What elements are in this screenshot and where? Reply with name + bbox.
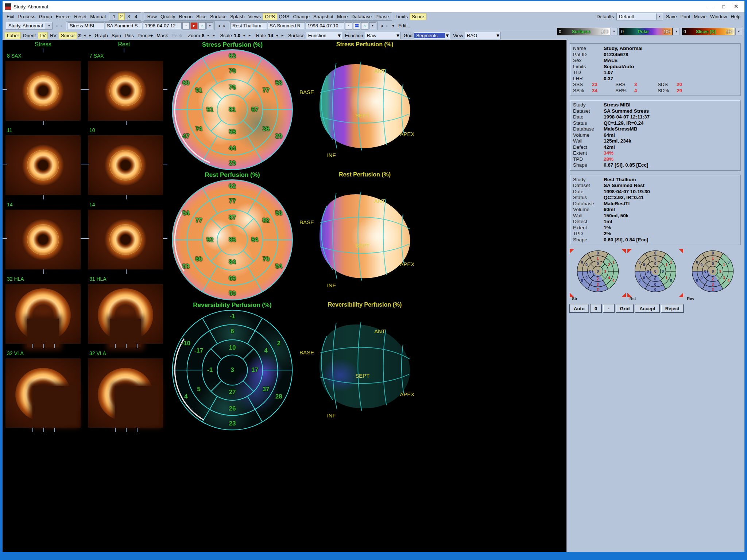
pins-button[interactable]: Pins [123,32,136,39]
score-map-circle[interactable]: 00320102144330000 [577,250,619,292]
score-segment-value[interactable]: 0 [639,260,641,264]
menu-change[interactable]: Change [291,13,312,20]
score-segment-value[interactable]: 1 [723,263,725,267]
score-segment-value[interactable]: 0 [654,256,657,260]
menu-manual[interactable]: Manual [88,13,108,20]
menu-process[interactable]: Process [16,13,37,20]
chevron-down-icon[interactable]: ▼ [337,33,342,38]
prone-button[interactable]: Prone+ [136,32,155,39]
menu-snapshot[interactable]: Snapshot [311,13,335,20]
score-segment-value[interactable]: 3 [597,282,599,286]
score-segment-value[interactable]: 0 [585,276,588,280]
score-segment-value[interactable]: 4 [612,278,615,282]
surface-dropdown[interactable]: Function▼ [306,32,342,39]
score-segment-value[interactable]: 1 [670,260,672,264]
score-segment-value[interactable]: 0 [654,277,657,281]
menu-help[interactable]: Help [729,13,742,20]
button[interactable]: - [603,304,614,312]
rest-3d-surface[interactable]: BASE ANT SEPT APEX INF [297,179,432,296]
view-2-button[interactable]: 2 [118,13,125,20]
edit-button[interactable]: Edit... [396,23,412,29]
score-segment-value[interactable]: 0 [585,263,588,267]
slice-image-stress-sax[interactable]: 8 SAX [3,52,85,127]
surfaces-colorbar[interactable]: 0Surfaces100 ▼ [557,28,618,35]
slice-image-rest-vla[interactable]: 32 VLA [85,350,167,433]
menu-group[interactable]: Group [37,13,54,20]
view-dropdown[interactable]: RAO▼ [465,32,501,39]
score-segment-value[interactable]: 0 [581,260,583,264]
score-segment-value[interactable]: 4 [728,278,730,282]
menu-save[interactable]: Save [664,13,679,20]
score-segment-value[interactable]: 0 [639,278,641,282]
score-segment-value[interactable]: 3 [604,269,607,273]
chevron-down-icon[interactable]: ▼ [673,28,680,35]
menu-movie[interactable]: Movie [692,13,708,20]
rv-toggle[interactable]: RV [48,32,59,39]
smear-toggle[interactable]: Smear [59,32,77,39]
chevron-down-icon[interactable]: ▼ [735,28,742,35]
score-segment-value[interactable]: 0 [647,269,649,273]
score-map-circle[interactable]: 00320101034330000 [692,250,734,292]
score-segment-value[interactable]: 0 [589,269,592,273]
score-segment-value[interactable]: 0 [654,262,657,266]
menu-freeze[interactable]: Freeze [54,13,72,20]
score-segment-value[interactable]: 1 [612,260,615,264]
score-segment-value[interactable]: 0 [696,278,698,282]
score-segment-value[interactable]: 0 [704,269,707,273]
grid-button[interactable]: Grid [616,304,634,312]
menu-more[interactable]: More [335,13,350,20]
label-toggle[interactable]: Label [5,32,21,39]
close-icon[interactable]: ✕ [730,2,742,11]
reversibility-3d-surface[interactable]: BASE ANT SEPT APEX INF [297,310,432,426]
menu-phase[interactable]: Phase [374,13,391,20]
score-segment-value[interactable]: 0 [696,260,698,264]
zoom-increase-icon[interactable]: ► [211,34,216,37]
maximize-icon[interactable]: □ [717,2,730,11]
mask-button[interactable]: Mask [155,32,170,39]
smear-increase-icon[interactable]: ► [88,34,93,37]
rest-date-field[interactable]: 1998-04-07 10 [306,22,344,29]
menu-print[interactable]: Print [679,13,692,20]
more-datasets-icon[interactable]: ▼ [390,24,396,28]
rate-decrease-icon[interactable]: ◄ [274,34,280,37]
score-segment-value[interactable]: 3 [712,287,714,291]
prev-icon[interactable]: ◄ [379,24,384,28]
chevron-down-icon[interactable]: ▼ [46,23,52,29]
menu-database[interactable]: Database [350,13,374,20]
rest-dataset-field[interactable]: SA Summed R [268,22,305,29]
chevron-down-icon[interactable]: ▼ [496,33,500,38]
menu-slice[interactable]: Slice [194,13,208,20]
slice-image-stress-sax[interactable]: 11 [3,127,85,201]
orient-toggle[interactable]: Orient [21,32,38,39]
score-segment-value[interactable]: 0 [654,282,657,286]
slice-image-rest-hla[interactable]: 31 HLA [85,275,167,350]
score-segment-value[interactable]: 1 [666,276,668,280]
menu-qgs[interactable]: QGS [277,13,291,20]
score-segment-value[interactable]: 0 [728,260,730,264]
score-segment-value[interactable]: 0 [597,262,599,266]
stress-date-field[interactable]: 1998-04-07 12 [143,22,182,29]
slice-image-rest-sax[interactable]: 7 SAX [85,52,167,127]
prev-dataset-icon[interactable]: ◄ [216,24,222,28]
score-segment-value[interactable]: 0 [654,269,657,273]
next-icon[interactable]: ► [384,24,390,28]
score-segment-value[interactable]: 2 [597,277,599,281]
score-segment-value[interactable]: 2 [712,277,714,281]
score-segment-value[interactable]: 0 [701,263,703,267]
score-segment-value[interactable]: 3 [712,282,714,286]
score-segment-value[interactable]: 0 [670,278,672,282]
rest-dataset-dropdown-icon[interactable]: ▼ [369,22,376,29]
frames-icon[interactable] [353,22,360,30]
zero-button[interactable]: 0 [591,304,601,312]
next-study-icon[interactable]: ► [59,24,65,28]
score-segment-value[interactable]: 1 [666,263,668,267]
menu-score[interactable]: Score [410,13,426,20]
view-4-button[interactable]: 4 [133,13,139,20]
score-segment-value[interactable]: 0 [662,269,664,273]
score-segment-value[interactable]: 0 [643,276,645,280]
menu-exit[interactable]: Exit [5,13,16,20]
rest-study-field[interactable]: Rest Thallium [231,22,267,29]
score-segment-value[interactable]: 0 [712,262,714,266]
chevron-down-icon[interactable]: ▼ [396,33,400,38]
accept-button[interactable]: Accept [635,304,659,312]
